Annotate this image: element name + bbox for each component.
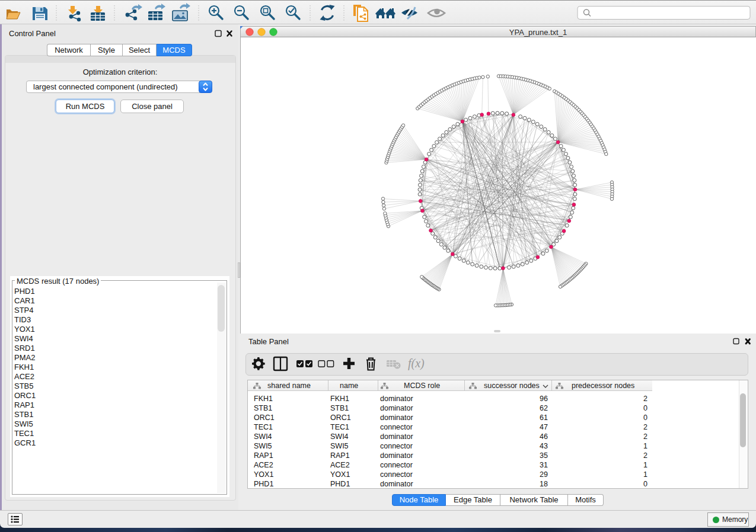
svg-text:f(x): f(x) — [408, 357, 425, 370]
